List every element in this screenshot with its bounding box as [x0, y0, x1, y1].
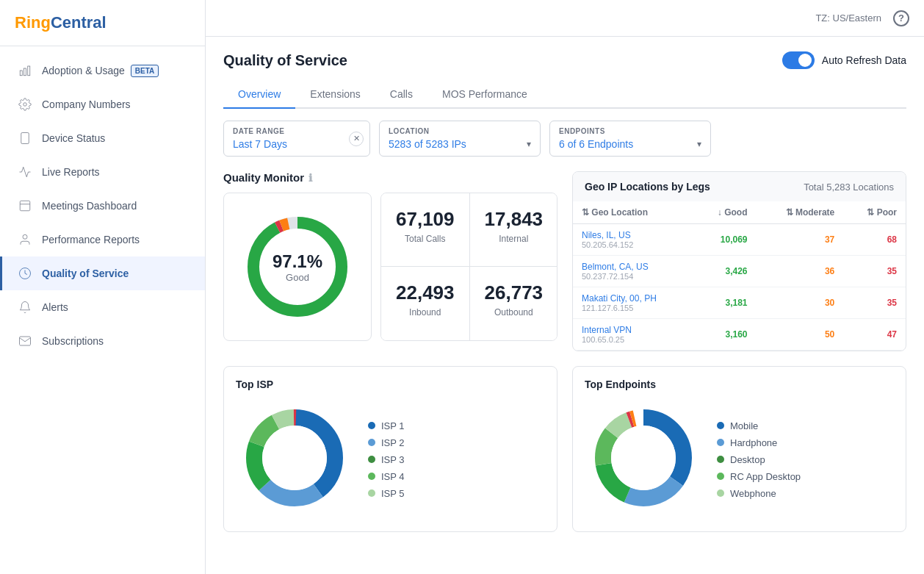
stat-outbound: 26,773 Outbound [470, 267, 557, 340]
legend-item: Hardphone [717, 437, 801, 448]
sidebar: RingCentral Adoption & Usage BETA Compan… [0, 0, 206, 574]
tab-extensions[interactable]: Extensions [295, 81, 375, 109]
help-icon[interactable]: ? [893, 10, 909, 26]
geo-poor-cell: 68 [843, 224, 906, 256]
legend-item: RC App Desktop [717, 471, 801, 482]
legend-dot [368, 422, 375, 429]
location-value: 5283 of 5283 IPs [389, 138, 466, 150]
geo-good-cell: 10,069 [694, 224, 757, 256]
geo-table-title: Geo IP Locations by Legs [585, 181, 710, 193]
geo-col-moderate[interactable]: ⇅ Moderate [756, 201, 843, 224]
legend-item: Desktop [717, 454, 801, 465]
location-dropdown-inner: 5283 of 5283 IPs ▾ [389, 138, 531, 150]
stat-internal-label: Internal [485, 234, 544, 244]
geo-poor-cell: 47 [843, 319, 906, 351]
endpoints-label: ENDPOINTS [559, 127, 701, 135]
sidebar-item-label: Company Numbers [42, 98, 131, 110]
content-area: Quality of Service Auto Refresh Data Ove… [206, 37, 924, 574]
geo-moderate-cell: 37 [756, 224, 843, 256]
tab-calls[interactable]: Calls [375, 81, 427, 109]
location-label: LOCATION [389, 127, 531, 135]
qos-icon [17, 265, 33, 281]
sidebar-item-performance-reports[interactable]: Performance Reports [0, 223, 205, 256]
meetings-icon [17, 198, 33, 214]
endpoints-donut-svg [585, 399, 702, 517]
legend-dot [368, 456, 375, 463]
geo-moderate-cell: 36 [756, 256, 843, 287]
geo-location-cell[interactable]: Belmont, CA, US 50.237.72.154 [573, 256, 694, 287]
legend-item: Mobile [717, 420, 801, 431]
geo-location-cell[interactable]: Internal VPN 100.65.0.25 [573, 319, 694, 351]
sidebar-item-live-reports[interactable]: Live Reports [0, 155, 205, 189]
sidebar-item-label: Adoption & Usage [42, 65, 125, 76]
endpoints-donut-chart [585, 399, 702, 520]
endpoints-filter[interactable]: ENDPOINTS 6 of 6 Endpoints ▾ [549, 121, 711, 157]
legend-dot [368, 439, 375, 446]
sidebar-item-adoption-&-usage[interactable]: Adoption & Usage BETA [0, 54, 205, 87]
geo-ip-section: Geo IP Locations by Legs Total 5,283 Loc… [572, 171, 906, 351]
endpoints-legend: MobileHardphoneDesktopRC App DesktopWebp… [717, 420, 801, 499]
quality-monitor-header: Quality Monitor ℹ [223, 171, 557, 184]
legend-label: Mobile [730, 420, 758, 431]
date-range-clear[interactable]: ✕ [349, 132, 364, 146]
top-isp-title: Top ISP [236, 379, 545, 390]
geo-col-good[interactable]: ↓ Good [694, 201, 757, 224]
geo-location-cell[interactable]: Makati City, 00, PH 121.127.6.155 [573, 287, 694, 319]
geo-table-card: Geo IP Locations by Legs Total 5,283 Loc… [572, 171, 906, 351]
sidebar-item-label: Device Status [42, 132, 105, 144]
auto-refresh-control: Auto Refresh Data [782, 51, 906, 69]
location-filter[interactable]: LOCATION 5283 of 5283 IPs ▾ [379, 121, 541, 157]
geo-col-location[interactable]: ⇅ Geo Location [573, 201, 694, 224]
date-range-filter[interactable]: DATE RANGE Last 7 Days ✕ [223, 121, 370, 157]
geo-good-cell: 3,181 [694, 287, 757, 319]
quality-monitor-info-icon[interactable]: ℹ [308, 172, 312, 184]
svg-point-28 [611, 426, 676, 490]
isp-donut-chart [236, 399, 353, 520]
sidebar-item-label: Quality of Service [42, 268, 129, 279]
timezone-label: TZ: US/Eastern [815, 12, 881, 24]
isp-donut-svg [236, 399, 353, 517]
stat-outbound-value: 26,773 [485, 281, 544, 304]
stats-grid: 67,109 Total Calls 17,843 Internal 22,49… [380, 193, 557, 341]
sidebar-item-alerts[interactable]: Alerts [0, 290, 205, 324]
svg-rect-2 [28, 66, 30, 76]
geo-location-cell[interactable]: Niles, IL, US 50.205.64.152 [573, 224, 694, 256]
legend-label: ISP 4 [381, 471, 405, 482]
stat-inbound: 22,493 Inbound [381, 267, 470, 340]
geo-table-header: Geo IP Locations by Legs Total 5,283 Loc… [573, 172, 906, 201]
svg-point-20 [262, 426, 327, 490]
tab-mos-performance[interactable]: MOS Performance [427, 81, 542, 109]
stat-total-calls-value: 67,109 [396, 208, 455, 231]
main-content: TZ: US/Eastern ? Quality of Service Auto… [206, 0, 924, 574]
svg-rect-0 [20, 71, 22, 76]
geo-moderate-cell: 50 [756, 319, 843, 351]
svg-rect-4 [21, 133, 29, 144]
auto-refresh-label: Auto Refresh Data [822, 54, 906, 66]
logo-ring: Ring [15, 13, 51, 32]
table-row: Internal VPN 100.65.0.25 3,160 50 47 [573, 319, 906, 351]
geo-col-poor[interactable]: ⇅ Poor [843, 201, 906, 224]
auto-refresh-toggle[interactable] [782, 51, 815, 69]
legend-item: ISP 2 [368, 437, 405, 448]
sidebar-item-subscriptions[interactable]: Subscriptions [0, 324, 205, 358]
mail-icon [17, 333, 33, 349]
sidebar-item-device-status[interactable]: Device Status [0, 121, 205, 155]
tab-overview[interactable]: Overview [223, 81, 295, 109]
quality-donut: 97.1% Good [239, 208, 356, 326]
sidebar-item-meetings-dashboard[interactable]: Meetings Dashboard [0, 189, 205, 223]
svg-point-8 [23, 234, 27, 239]
sidebar-item-company-numbers[interactable]: Company Numbers [0, 87, 205, 121]
legend-item: ISP 3 [368, 454, 405, 465]
sidebar-item-label: Meetings Dashboard [42, 200, 137, 212]
quality-monitor-title: Quality Monitor [223, 171, 304, 184]
sidebar-item-quality-of-service[interactable]: Quality of Service [0, 256, 205, 290]
gear-icon [17, 96, 33, 112]
sidebar-item-label: Alerts [42, 301, 68, 313]
legend-label: ISP 3 [381, 454, 405, 465]
svg-rect-6 [20, 201, 30, 211]
logo-central: Central [51, 13, 107, 32]
svg-point-3 [24, 103, 27, 107]
legend-label: ISP 5 [381, 488, 405, 499]
stat-internal: 17,843 Internal [470, 193, 557, 267]
logo: RingCentral [0, 0, 205, 46]
